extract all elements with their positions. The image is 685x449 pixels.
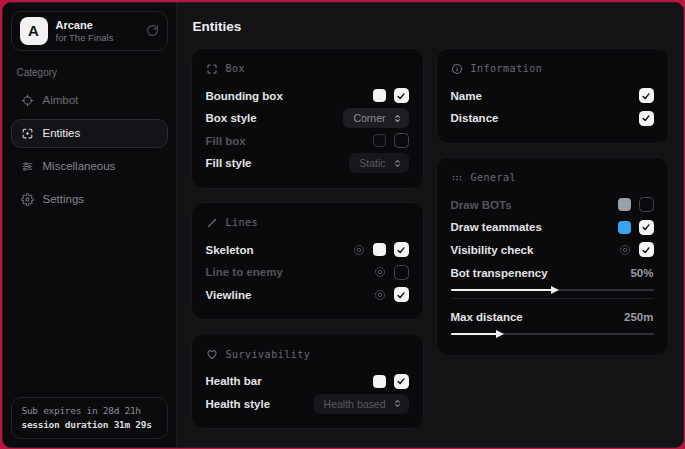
panel-general: General Draw BOTs Draw teammates: [436, 157, 669, 357]
app-subtitle: for The Finals: [56, 32, 114, 43]
gear-icon: [21, 193, 34, 206]
distance-checkbox[interactable]: [639, 111, 654, 126]
bot-transparency-group: Bot transpenency 50%: [451, 263, 654, 291]
setting-row-health-style: Health style Health based: [206, 393, 409, 416]
chevrons-updown-icon: [393, 159, 402, 168]
setting-label: Fill style: [206, 157, 252, 169]
setting-row-skeleton: Skeleton: [206, 239, 409, 262]
dropdown-value: Health based: [324, 398, 386, 410]
color-swatch[interactable]: [373, 243, 386, 256]
app-name: Arcane: [56, 19, 114, 31]
panel-lines: Lines Skeleton: [191, 202, 424, 321]
slider-thumb[interactable]: [496, 330, 504, 338]
line-to-enemy-checkbox[interactable]: [394, 265, 409, 280]
setting-label: Bot transpenency: [451, 267, 548, 279]
setting-row-line-to-enemy: Line to enemy: [206, 261, 409, 284]
gear-icon[interactable]: [374, 289, 386, 301]
setting-label: Max distance: [451, 311, 523, 323]
bounding-box-checkbox[interactable]: [394, 88, 409, 103]
color-swatch[interactable]: [618, 221, 631, 234]
main-content: Entities Box Bounding box: [177, 3, 683, 447]
setting-row-fill-box: Fill box: [206, 130, 409, 153]
color-swatch[interactable]: [373, 375, 386, 388]
fill-box-checkbox[interactable]: [394, 133, 409, 148]
heart-icon: [206, 348, 218, 360]
health-style-dropdown[interactable]: Health based: [314, 394, 409, 414]
panel-box: Box Bounding box Box style: [191, 48, 424, 189]
setting-label: Fill box: [206, 135, 246, 147]
panel-header-label: Information: [471, 63, 543, 74]
name-checkbox[interactable]: [639, 88, 654, 103]
sidebar-item-label: Miscellaneous: [43, 160, 116, 172]
setting-row-draw-bots: Draw BOTs: [451, 194, 654, 217]
sidebar: A Arcane for The Finals Category Aimbot: [3, 3, 177, 447]
sidebar-item-aimbot[interactable]: Aimbot: [11, 86, 168, 115]
crosshair-icon: [21, 94, 34, 107]
sidebar-item-settings[interactable]: Settings: [11, 185, 168, 214]
dropdown-value: Static: [359, 157, 385, 169]
color-swatch[interactable]: [618, 198, 631, 211]
setting-row-bounding-box: Bounding box: [206, 85, 409, 108]
sidebar-item-entities[interactable]: Entities: [11, 119, 168, 148]
setting-label: Health bar: [206, 375, 262, 387]
setting-row-health-bar: Health bar: [206, 370, 409, 393]
sub-expires-text: Sub expires in 28d 21h: [22, 405, 157, 416]
setting-label: Draw teammates: [451, 221, 542, 233]
gear-icon[interactable]: [374, 266, 386, 278]
box-corners-icon: [206, 63, 218, 75]
setting-row-visibility-check: Visibility check: [451, 239, 654, 262]
diagonal-line-icon: [206, 217, 218, 229]
panel-header-label: General: [471, 172, 517, 183]
setting-row-distance: Distance: [451, 107, 654, 130]
max-distance-slider[interactable]: [451, 333, 654, 335]
max-distance-group: Max distance 250m: [451, 307, 654, 335]
sliders-icon: [21, 160, 34, 173]
app-window: A Arcane for The Finals Category Aimbot: [2, 2, 684, 448]
setting-row-fill-style: Fill style Static: [206, 152, 409, 175]
max-distance-value: 250m: [624, 311, 653, 323]
setting-label: Bounding box: [206, 90, 283, 102]
panel-survivability: Survivability Health bar Health style: [191, 333, 424, 429]
panel-header-label: Survivability: [226, 349, 311, 360]
setting-label: Health style: [206, 398, 271, 410]
sidebar-item-miscellaneous[interactable]: Miscellaneous: [11, 152, 168, 181]
setting-row-draw-teammates: Draw teammates: [451, 216, 654, 239]
color-swatch[interactable]: [373, 134, 386, 147]
panel-information: Information Name Distance: [436, 48, 669, 144]
setting-label: Visibility check: [451, 244, 534, 256]
info-icon: [451, 63, 463, 75]
setting-label: Draw BOTs: [451, 199, 512, 211]
sidebar-nav: Aimbot Entities Miscellaneous: [11, 86, 168, 214]
slider-thumb[interactable]: [551, 286, 559, 294]
setting-row-name: Name: [451, 85, 654, 108]
gear-icon[interactable]: [619, 244, 631, 256]
box-style-dropdown[interactable]: Corner: [343, 108, 408, 128]
bot-transparency-value: 50%: [630, 267, 653, 279]
sidebar-item-label: Aimbot: [43, 94, 79, 106]
panel-header-label: Box: [226, 63, 246, 74]
setting-label: Line to enemy: [206, 266, 283, 278]
skeleton-checkbox[interactable]: [394, 242, 409, 257]
grid-dots-icon: [451, 172, 463, 184]
draw-teammates-checkbox[interactable]: [639, 220, 654, 235]
app-logo: A: [20, 17, 48, 45]
color-swatch[interactable]: [373, 89, 386, 102]
fill-style-dropdown[interactable]: Static: [349, 153, 408, 173]
viewline-checkbox[interactable]: [394, 287, 409, 302]
sidebar-item-label: Settings: [43, 193, 85, 205]
chevrons-updown-icon: [393, 114, 402, 123]
subscription-info: Sub expires in 28d 21h session duration …: [11, 397, 168, 439]
bot-transparency-slider[interactable]: [451, 289, 654, 291]
setting-label: Box style: [206, 112, 257, 124]
draw-bots-checkbox[interactable]: [639, 197, 654, 212]
dropdown-value: Corner: [353, 112, 385, 124]
setting-label: Name: [451, 90, 482, 102]
health-bar-checkbox[interactable]: [394, 374, 409, 389]
sidebar-item-label: Entities: [43, 127, 81, 139]
visibility-check-checkbox[interactable]: [639, 242, 654, 257]
panel-header-label: Lines: [226, 217, 259, 228]
gear-icon[interactable]: [353, 244, 365, 256]
setting-label: Distance: [451, 112, 499, 124]
refresh-icon[interactable]: [146, 24, 159, 37]
scan-icon: [21, 127, 34, 140]
